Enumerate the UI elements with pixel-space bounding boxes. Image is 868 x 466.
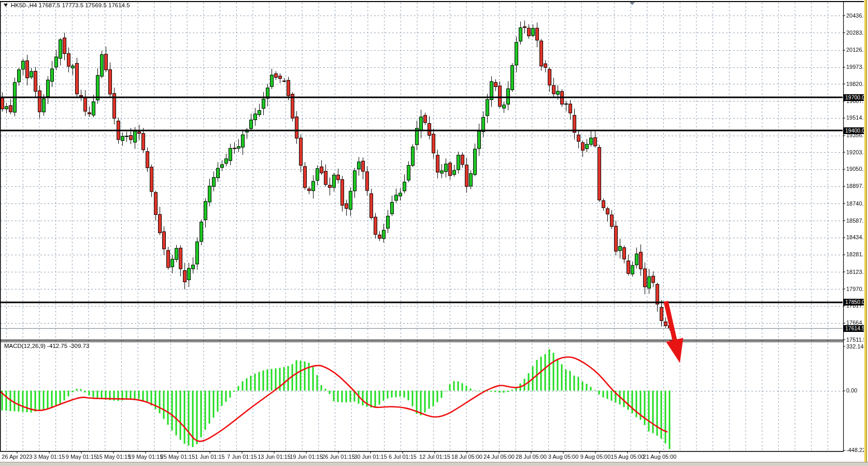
date-label: 21 Aug 05:00 [643, 454, 677, 460]
date-label: 28 Jul 05:00 [516, 454, 547, 460]
date-label: 25 May 01:15 [161, 454, 195, 460]
trading-chart-window: HK50-,H4 17687.5 17773.5 17569.5 17614.5… [0, 0, 868, 466]
macd-tick-label: -448.22 [846, 447, 865, 453]
window-right-edge [864, 0, 868, 466]
date-label: 30 Jun 01:15 [354, 454, 387, 460]
date-label: 19 Jun 01:15 [290, 454, 323, 460]
macd-tick-label: 332.14 [846, 343, 864, 350]
date-label: 24 Jul 05:00 [483, 454, 515, 460]
macd-indicator-label: MACD(12,26,9) -412.75 -309.73 [4, 343, 89, 349]
date-label: 9 Aug 05:00 [580, 454, 611, 460]
macd-tick-label: 0.00 [846, 387, 857, 394]
date-label: 3 May 01:15 [34, 454, 65, 460]
symbol-ohlc-title: HK50-,H4 17687.5 17773.5 17569.5 17614.5 [4, 2, 130, 8]
date-label: 19 May 01:15 [129, 454, 163, 460]
window-edge-highlight [864, 0, 867, 466]
symbol-dropdown-icon[interactable] [4, 4, 8, 7]
date-label: 26 Jun 01:15 [322, 454, 355, 460]
date-label: 12 Jul 01:15 [419, 454, 450, 460]
date-label: 1 Jun 01:15 [195, 454, 225, 460]
date-label: 7 Jun 01:15 [227, 454, 257, 460]
chart-canvas[interactable] [0, 0, 868, 466]
window-bottom-bar [0, 462, 868, 466]
date-label: 15 Aug 05:00 [611, 454, 645, 460]
date-label: 15 May 01:15 [96, 454, 131, 460]
date-label: 9 May 01:15 [66, 454, 97, 460]
date-label: 6 Jul 01:15 [389, 454, 417, 460]
symbol-ohlc-text: HK50-,H4 17687.5 17773.5 17569.5 17614.5 [11, 2, 130, 8]
date-label: 18 Jul 05:00 [451, 454, 482, 460]
object-anchor-icon[interactable] [630, 2, 635, 5]
date-label: 26 Apr 2023 [2, 454, 32, 460]
date-label: 13 Jun 01:15 [258, 454, 291, 460]
date-label: 3 Aug 05:00 [548, 454, 579, 460]
